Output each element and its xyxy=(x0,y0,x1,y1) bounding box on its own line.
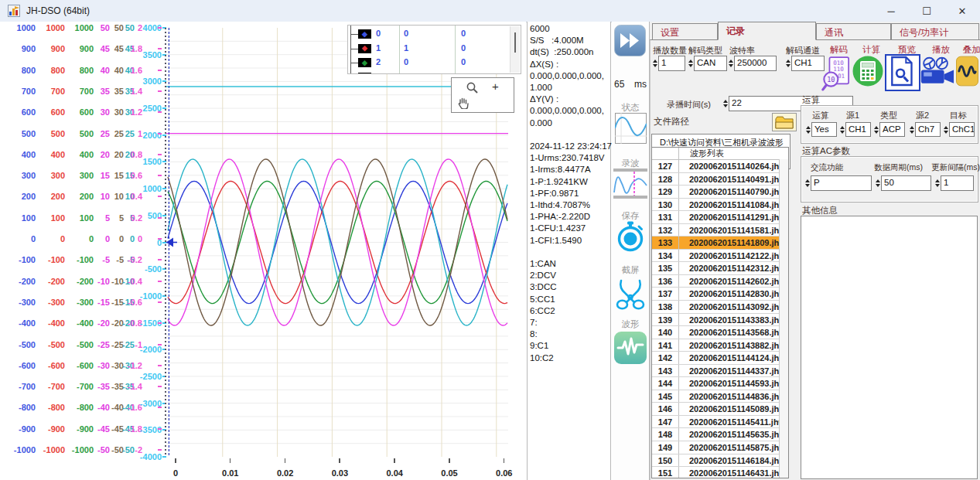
file-name: 20200620151141291.jhw xyxy=(679,211,788,223)
browse-folder-button[interactable] xyxy=(772,113,797,131)
file-list-row[interactable]: 14620200620151145089.jhw xyxy=(652,403,788,416)
file-list-row[interactable]: 14820200620151145635.jhw xyxy=(652,428,788,441)
operation-spinner-源1[interactable]: CH1 xyxy=(838,122,871,137)
tab-记录[interactable]: 记录 xyxy=(718,22,816,40)
file-name: 20200620151140790.jhw xyxy=(679,186,788,198)
pan-hand-icon[interactable] xyxy=(458,97,470,112)
operation-spinner-目标[interactable]: ChC1 xyxy=(942,122,975,137)
tab-设置[interactable]: 设置 xyxy=(652,23,718,39)
y-axis-label: 0 xyxy=(0,238,162,247)
file-list-row[interactable]: 13320200620151141809.jhw xyxy=(652,237,788,250)
file-list-row[interactable]: 14020200620151143568.jhw xyxy=(652,326,788,339)
file-list-row[interactable]: 13520200620151142312.jhw xyxy=(652,262,788,275)
file-list-row[interactable]: 15120200620151146431.jhw xyxy=(652,467,788,478)
axis-tick xyxy=(158,217,162,219)
file-list-row[interactable]: 14920200620151145875.jhw xyxy=(652,441,788,454)
y-axis-label: -1.2 xyxy=(0,361,142,370)
zoom-tool-icon[interactable] xyxy=(466,81,479,97)
other-info-box[interactable] xyxy=(801,216,978,479)
svg-text:10: 10 xyxy=(827,76,835,83)
file-list-row[interactable]: 12820200620151140491.jhw xyxy=(652,173,788,186)
fast-forward-button[interactable] xyxy=(614,25,646,56)
file-name: 20200620151142122.jhw xyxy=(679,250,788,262)
tab-信号/功率计[interactable]: 信号/功率计 xyxy=(891,23,979,39)
movie-camera-icon[interactable] xyxy=(919,56,954,91)
file-list-row[interactable]: 13620200620151142602.jhw xyxy=(652,275,788,288)
file-list-row[interactable]: 12920200620151140790.jhw xyxy=(652,186,788,199)
spinner-arrows[interactable] xyxy=(784,56,791,71)
legend-scrollbar[interactable] xyxy=(510,26,520,73)
spinner-arrows[interactable] xyxy=(727,56,734,71)
spinner-解码通道[interactable]: CH1 xyxy=(784,56,825,71)
y-axis-label: -4000 xyxy=(0,452,162,461)
stopwatch-icon[interactable] xyxy=(613,221,647,255)
file-list-row[interactable]: 13920200620151143383.jhw xyxy=(652,314,788,327)
legend-row[interactable]: ◆200 xyxy=(348,56,521,70)
overlay-wave-icon[interactable] xyxy=(956,56,978,90)
waveform-file-list[interactable]: 波形列表 12720200620151140264.jhw12820200620… xyxy=(651,147,789,478)
file-list-row[interactable]: 14720200620151145411.jhw xyxy=(652,416,788,429)
operation-col-label: 类型 xyxy=(880,110,897,121)
spinner-arrows[interactable] xyxy=(722,96,729,111)
waveform-icon[interactable] xyxy=(613,331,647,368)
spinner-arrows[interactable] xyxy=(838,122,845,137)
minimize-button[interactable]: ─ xyxy=(873,0,909,22)
status-graph-icon[interactable] xyxy=(613,113,647,147)
info-line: 0.000,0.000,0.000, xyxy=(530,105,610,117)
ac-spinner-数据周期(ms)[interactable]: 50 xyxy=(874,175,931,191)
file-list-row[interactable]: 13720200620151142830.jhw xyxy=(652,288,788,301)
spinner-arrows[interactable] xyxy=(874,175,881,191)
spinner-解码类型[interactable]: CAN xyxy=(687,56,727,71)
legend-row[interactable]: ◆000 xyxy=(348,27,521,41)
spinner-波特率[interactable]: 250000 xyxy=(727,56,777,71)
spinner-arrows[interactable] xyxy=(804,122,811,137)
maximize-button[interactable]: ☐ xyxy=(909,0,944,22)
file-list-row[interactable]: 13020200620151141084.jhw xyxy=(652,199,788,212)
calculator-icon[interactable] xyxy=(852,56,883,90)
file-list-row[interactable]: 13120200620151141291.jhw xyxy=(652,211,788,224)
plot-legend[interactable]: ◆000◆110◆200◆ xyxy=(347,25,521,74)
info-line: 0.000,0.000,0.000, xyxy=(530,70,610,82)
legend-row[interactable]: ◆110 xyxy=(348,42,521,56)
preview-icon[interactable] xyxy=(887,56,915,90)
axis-tick xyxy=(158,428,162,430)
close-button[interactable]: ✕ xyxy=(944,0,980,22)
file-list-row[interactable]: 14320200620151144337.jhw xyxy=(652,365,788,378)
spinner-value: P xyxy=(811,175,872,191)
legend-row[interactable]: ◆ xyxy=(348,70,521,75)
file-number: 137 xyxy=(652,288,679,300)
file-list-row[interactable]: 14420200620151144593.jhw xyxy=(652,377,788,390)
file-list-row[interactable]: 13420200620151142122.jhw xyxy=(652,250,788,263)
spinner-value: 1 xyxy=(941,175,974,191)
ac-spinner-交流功能[interactable]: P xyxy=(804,175,872,191)
spinner-arrows[interactable] xyxy=(687,56,694,71)
operation-spinner-运算[interactable]: Yes xyxy=(804,122,837,137)
tab-通讯[interactable]: 通讯 xyxy=(816,23,891,39)
ac-spinner-更新间隔(ms)[interactable]: 1 xyxy=(934,175,974,191)
spinner-arrows[interactable] xyxy=(934,175,941,191)
file-list-row[interactable]: 14220200620151144124.jhw xyxy=(652,352,788,365)
spinner-arrows[interactable] xyxy=(908,122,915,137)
record-wave-icon[interactable] xyxy=(613,169,647,203)
decode-icon[interactable]: 0101100110 xyxy=(821,56,851,94)
spinner-value: CH1 xyxy=(845,122,871,137)
file-list-row[interactable]: 13820200620151143092.jhw xyxy=(652,301,788,314)
file-list-row[interactable]: 14520200620151144836.jhw xyxy=(652,390,788,403)
file-list-row[interactable]: 13220200620151141581.jhw xyxy=(652,224,788,237)
operation-spinner-源2[interactable]: Ch7 xyxy=(908,122,941,137)
file-list-scrollbar[interactable] xyxy=(779,159,788,478)
operation-spinner-类型[interactable]: ACP xyxy=(872,122,905,137)
spinner-value: CH1 xyxy=(791,56,825,71)
zoom-plus-icon[interactable]: + xyxy=(492,80,499,93)
spinner-arrows[interactable] xyxy=(942,122,949,137)
spinner-播放数量[interactable]: 1 xyxy=(651,56,685,71)
spinner-arrows[interactable] xyxy=(804,175,811,191)
file-list-row[interactable]: 14120200620151143882.jhw xyxy=(652,339,788,352)
file-list-row[interactable]: 12720200620151140264.jhw xyxy=(652,160,788,173)
spinner-arrows[interactable] xyxy=(872,122,879,137)
file-number: 144 xyxy=(652,377,679,390)
file-list-row[interactable]: 15020200620151146184.jhw xyxy=(652,454,788,468)
scissors-icon[interactable] xyxy=(613,277,647,314)
axis-tick xyxy=(158,133,162,134)
spinner-arrows[interactable] xyxy=(651,56,658,71)
